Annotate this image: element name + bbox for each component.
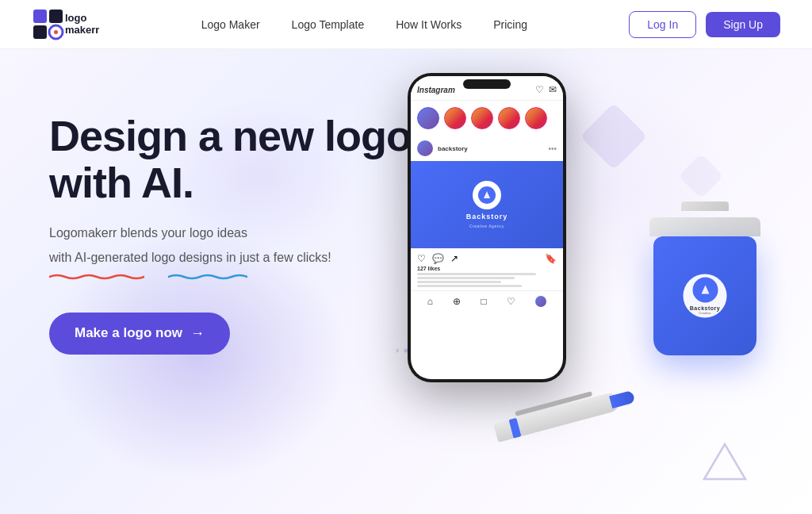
nav-link-pricing[interactable]: Pricing bbox=[493, 18, 527, 31]
cup-brand-sub: Creative bbox=[699, 311, 711, 315]
nav-link-logo-template[interactable]: Logo Template bbox=[292, 18, 365, 31]
marker-pen bbox=[493, 383, 655, 455]
wavy-blue bbox=[168, 273, 247, 281]
phone-post-image: Backstory Creative Agency bbox=[411, 161, 563, 248]
story-4 bbox=[498, 107, 520, 129]
cup-lid-top bbox=[681, 201, 729, 211]
nav-link-logo-maker[interactable]: Logo Maker bbox=[201, 18, 260, 31]
profile-icon bbox=[535, 296, 546, 307]
like-icon: ♡ bbox=[417, 253, 426, 264]
cup-brand-name: Backstory bbox=[690, 305, 720, 311]
cta-button[interactable]: Make a logo now → bbox=[49, 313, 230, 355]
signup-button[interactable]: Sign Up bbox=[706, 12, 780, 37]
navbar: logo makerr Logo Maker Logo Template How… bbox=[0, 0, 812, 49]
nav-actions: Log In Sign Up bbox=[629, 11, 780, 38]
phone-post-header: backstory ••• bbox=[411, 136, 563, 161]
story-2 bbox=[444, 107, 466, 129]
comment-icon: 💬 bbox=[432, 253, 444, 264]
hero-subtitle: Logomakerr blends your logo ideas with A… bbox=[49, 223, 412, 281]
phone-bottom-nav: ⌂ ⊕ □ ♡ bbox=[411, 290, 563, 312]
search-icon: ⊕ bbox=[453, 296, 461, 307]
home-icon: ⌂ bbox=[427, 296, 433, 307]
hero-section: Design a new logo with AI. Logomakerr bl… bbox=[0, 49, 812, 514]
cup-body: Backstory Creative bbox=[653, 236, 756, 355]
share-icon: ↗ bbox=[450, 253, 458, 264]
logo-icon bbox=[32, 8, 65, 41]
heart-icon: ♡ bbox=[507, 296, 515, 307]
svg-rect-2 bbox=[49, 10, 63, 23]
logo-text-top: logo bbox=[65, 13, 99, 24]
post-logo-inner bbox=[478, 186, 496, 204]
post-brand-sub: Creative Agency bbox=[469, 224, 504, 228]
logo[interactable]: logo makerr bbox=[32, 8, 99, 41]
logo-text-bottom: makerr bbox=[65, 25, 99, 36]
phone-stories bbox=[411, 101, 563, 136]
nav-links: Logo Maker Logo Template How It Works Pr… bbox=[201, 18, 527, 31]
coffee-cup: Backstory Creative bbox=[645, 208, 764, 359]
cta-label: Make a logo now bbox=[75, 325, 182, 341]
phone-post-actions: ♡ 💬 ↗ 🔖 bbox=[411, 248, 563, 266]
cup-logo-inner bbox=[692, 278, 718, 303]
marker-body bbox=[493, 391, 621, 443]
post-logo-circle bbox=[473, 181, 501, 209]
wavy-red bbox=[49, 273, 144, 281]
svg-point-4 bbox=[54, 30, 58, 34]
post-likes: 127 likes bbox=[411, 266, 563, 273]
add-icon: □ bbox=[481, 296, 486, 307]
hero-content: Design a new logo with AI. Logomakerr bl… bbox=[49, 113, 412, 355]
story-3 bbox=[471, 107, 493, 129]
marker-tip bbox=[609, 390, 635, 409]
phone-notch bbox=[463, 79, 511, 89]
marker-band bbox=[509, 418, 522, 439]
cup-logo-area: Backstory Creative bbox=[684, 274, 727, 318]
marker-clip bbox=[515, 391, 592, 416]
post-avatar bbox=[417, 140, 433, 156]
svg-rect-1 bbox=[33, 25, 47, 39]
post-caption bbox=[411, 273, 563, 290]
story-5 bbox=[525, 107, 547, 129]
triangle-outline bbox=[701, 441, 749, 482]
nav-link-how-it-works[interactable]: How It Works bbox=[396, 18, 462, 31]
post-brand-name: Backstory bbox=[466, 213, 508, 221]
cup-lid bbox=[649, 217, 760, 236]
phone-mockup: Instagram ♡✉ backstory • bbox=[408, 73, 566, 382]
story-1 bbox=[417, 107, 439, 129]
svg-rect-0 bbox=[33, 10, 47, 23]
hero-title: Design a new logo with AI. bbox=[49, 113, 412, 207]
cta-arrow-icon: → bbox=[190, 325, 205, 342]
post-username: backstory bbox=[438, 145, 468, 152]
save-icon: 🔖 bbox=[545, 253, 557, 264]
login-button[interactable]: Log In bbox=[629, 11, 696, 38]
